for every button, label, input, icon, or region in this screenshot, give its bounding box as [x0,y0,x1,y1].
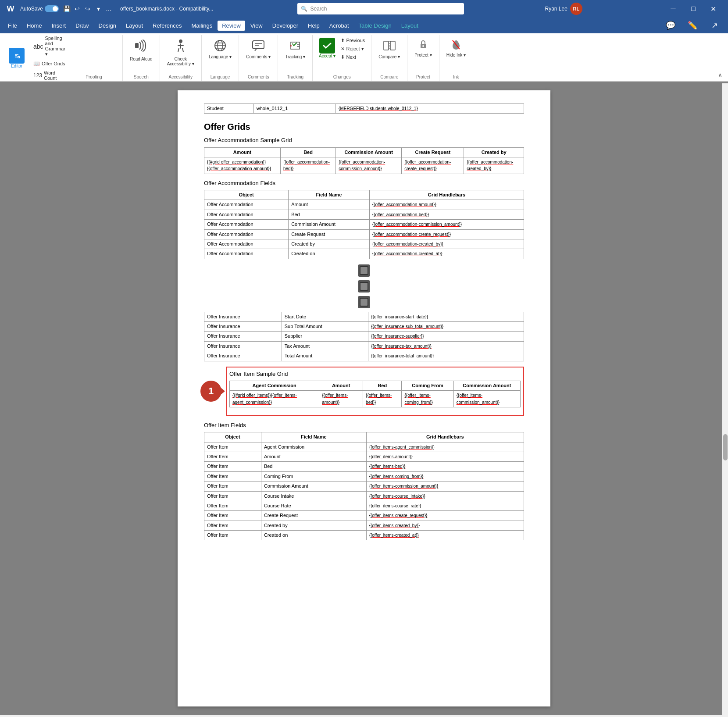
svg-rect-9 [253,41,264,49]
menu-home[interactable]: Home [22,21,46,31]
comments-icon [251,39,265,54]
proofing-label: Proofing [69,75,119,79]
menu-acrobat[interactable]: Acrobat [325,21,353,31]
table-row: Offer Item Course Rate {{offer_items-cou… [204,501,524,510]
read-aloud-button[interactable]: Read Aloud [127,37,155,63]
menu-table-layout[interactable]: Layout [397,21,423,31]
offer-item-fields-table: Object Field Name Grid Handlebars Offer … [204,432,524,540]
search-box[interactable]: 🔍 [297,3,464,14]
menu-view[interactable]: View [246,21,267,31]
editor-label: Editor [11,64,22,68]
menu-references[interactable]: References [148,21,186,31]
menu-mailings[interactable]: Mailings [187,21,217,31]
ribbon-group-comments: Comments ▾ Comments [239,35,278,81]
table-row: Offer Insurance Sub Total Amount {{offer… [204,322,524,332]
accept-button[interactable]: Accept ▾ [317,37,337,61]
read-aloud-label: Read Aloud [130,57,153,61]
table-row: Offer Item Created by {{offer_items-crea… [204,521,524,530]
menu-draw[interactable]: Draw [71,21,93,31]
accommodation-sample-grid: Amount Bed Commission Amount Create Requ… [204,147,524,174]
minimize-button[interactable]: ─ [663,0,683,18]
autosave-toggle[interactable]: AutoSave [20,5,59,12]
language-button[interactable]: Language ▾ [206,37,234,61]
ribbon-collapse-button[interactable]: ∧ [716,71,724,79]
menu-table-design[interactable]: Table Design [354,21,396,31]
table-row: Offer Accommodation Amount {{offer_accom… [204,200,524,210]
spelling-grammar-button[interactable]: abc Spelling and Grammar ▾ [32,35,67,58]
col-field-name: Field Name [289,190,370,200]
thesaurus-label: Offer Grids [42,61,65,66]
comments-button[interactable]: Comments ▾ [243,37,273,61]
compare-button[interactable]: Compare ▾ [376,37,403,61]
col-amount: Amount [204,147,281,157]
previous-change-button[interactable]: ⬆ Previous [339,37,367,44]
menu-file[interactable]: File [4,21,21,31]
language-label: Language ▾ [209,54,232,59]
accommodation-fields-title: Offer Accommodation Fields [204,179,524,187]
user-info: Ryan Lee RL [545,3,582,15]
offer-item-grid-title: Offer Item Sample Grid [229,370,521,378]
protect-icon [417,39,429,52]
document-area: Student whole_0112_1 {MERGEFIELD student… [0,82,728,715]
table-row: Offer Accommodation Created on {{offer_a… [204,249,524,259]
thesaurus-icon: 📖 [33,61,40,67]
language-icon [213,39,227,54]
search-input[interactable] [310,6,460,12]
more-button[interactable]: ▾ [94,4,103,13]
cell-commission-val: {{offer_accommodation-commission_amount}… [336,157,402,174]
protect-button[interactable]: Protect ▾ [412,37,434,59]
scrollbar-thumb[interactable] [723,434,728,460]
step-badge-container: 1 [200,381,221,402]
menu-layout[interactable]: Layout [121,21,147,31]
col-bed: Bed [280,147,335,157]
table-row: Offer Item Amount {{offer_items-amount}} [204,452,524,461]
share-icon-btn[interactable]: ↗ [704,17,724,34]
thesaurus-button[interactable]: 📖 Offer Grids [32,60,67,68]
hide-ink-button[interactable]: Hide Ink ▾ [444,37,468,59]
edit-icon-btn[interactable]: ✏️ [682,17,703,34]
scrollbar[interactable] [722,83,728,715]
redo-button[interactable]: ↪ [83,4,92,13]
table-row: Offer Accommodation Bed {{offer_accommod… [204,210,524,219]
proofing-items: abc Spelling and Grammar ▾ 📖 Offer Grids… [32,37,67,79]
table-row: Offer Item Create Request {{offer_items-… [204,511,524,521]
menu-developer[interactable]: Developer [268,21,303,31]
cell-create-req-val: {{offer_accommodation-create_request}} [402,157,464,174]
menu-design[interactable]: Design [94,21,121,31]
compare-icon [382,39,396,54]
accommodation-grid-title: Offer Accommodation Sample Grid [204,136,524,144]
ribbon-group-changes: Accept ▾ ⬆ Previous ✕ Reject ▾ ⬇ Next Ch… [313,35,371,81]
editor-button[interactable]: Editor [7,37,26,79]
menu-help[interactable]: Help [303,21,324,31]
offer-item-fields-title: Offer Item Fields [204,421,524,429]
ribbon-group-proofing: Editor abc Spelling and Grammar ▾ 📖 Offe… [4,35,123,81]
table-row: Offer Item Course Intake {{offer_items-c… [204,491,524,501]
comments-icon-btn[interactable]: 💬 [660,17,681,34]
document-page: Student whole_0112_1 {MERGEFIELD student… [178,90,550,706]
reject-button[interactable]: ✕ Reject ▾ [339,45,367,53]
step-badge: 1 [200,381,221,402]
cell-amount-val: {{#grid offer_accommodation}}{{offer_acc… [204,157,281,174]
next-change-button[interactable]: ⬇ Next [339,54,367,61]
ribbon-group-speech: Read Aloud Speech [123,35,160,81]
accessibility-label: CheckAccessibility ▾ [167,57,194,66]
word-count-button[interactable]: 123 Word Count [32,69,67,82]
save-button[interactable]: 💾 [62,4,71,13]
undo-button[interactable]: ↩ [73,4,82,13]
tracking-button[interactable]: Tracking ▾ [282,37,308,61]
table-row: Offer Item Created on {{offer_items-crea… [204,531,524,540]
autosave-label: AutoSave [20,6,43,12]
check-accessibility-button[interactable]: CheckAccessibility ▾ [164,37,197,68]
menu-review[interactable]: Review [218,21,245,31]
accept-icon [319,38,335,54]
compare-group-label: Compare [380,75,398,79]
ribbon-group-ink: Hide Ink ▾ Ink [439,35,473,81]
changes-nav: ⬆ Previous ✕ Reject ▾ ⬇ Next [339,37,367,61]
menu-insert[interactable]: Insert [47,21,71,31]
cell-student: Student [204,104,254,114]
close-button[interactable]: ✕ [703,0,724,18]
customize-button[interactable]: … [104,4,113,13]
autosave-switch[interactable] [45,5,59,12]
maximize-button[interactable]: □ [683,0,703,18]
title-bar: W AutoSave 💾 ↩ ↪ ▾ … offers_bookmarks.do… [0,0,728,18]
